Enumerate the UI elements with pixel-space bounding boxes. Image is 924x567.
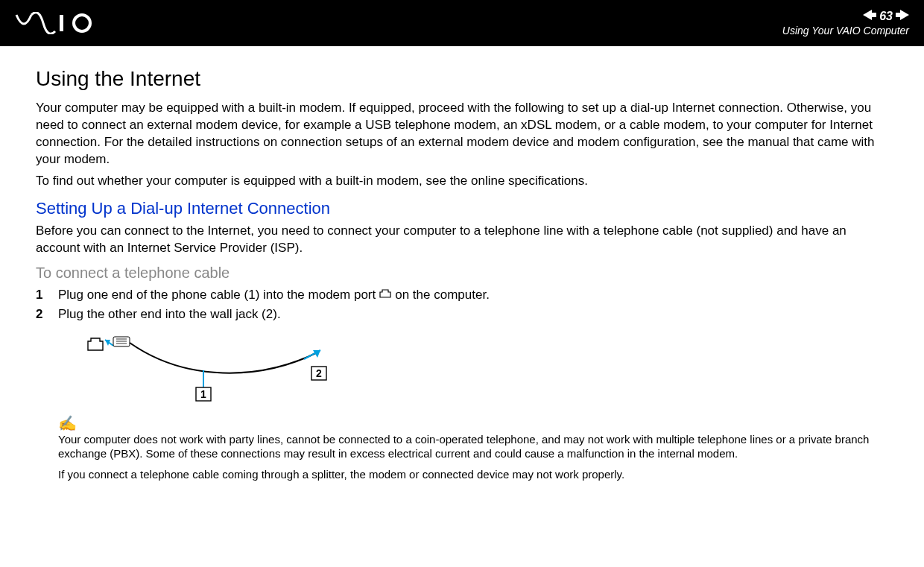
page-number: 63 — [879, 10, 893, 23]
cable-diagram: 1 2 — [80, 329, 888, 407]
section-label: Using Your VAIO Computer — [782, 25, 909, 37]
page-title: Using the Internet — [36, 67, 888, 91]
diagram-label-2: 2 — [316, 367, 322, 379]
note-paragraph-2: If you connect a telephone cable coming … — [58, 467, 888, 482]
diagram-label-1: 1 — [200, 388, 206, 400]
svg-point-1 — [74, 15, 90, 31]
modem-port-icon — [379, 288, 392, 302]
subheading-connect-cable: To connect a telephone cable — [36, 265, 888, 282]
intro-paragraph-1: Your computer may be equipped with a bui… — [36, 100, 888, 168]
step-number: 2 — [36, 307, 58, 322]
page-navigation: 63 Using Your VAIO Computer — [782, 10, 909, 37]
note-icon: ✍ — [58, 414, 888, 432]
subheading-dialup: Setting Up a Dial-up Internet Connection — [36, 199, 888, 218]
vaio-logo — [15, 12, 104, 34]
page-content: Using the Internet Your computer may be … — [0, 46, 924, 502]
svg-marker-2 — [863, 10, 876, 20]
step-1: 1 Plug one end of the phone cable (1) in… — [36, 288, 888, 302]
step-text-before: Plug the other end into the wall jack (2… — [58, 307, 281, 322]
step-text-after: on the computer. — [395, 288, 490, 302]
prev-page-arrow[interactable] — [863, 10, 876, 23]
dialup-paragraph: Before you can connect to the Internet, … — [36, 223, 888, 257]
intro-paragraph-2: To find out whether your computer is equ… — [36, 173, 888, 190]
svg-rect-0 — [60, 15, 63, 31]
svg-rect-6 — [113, 337, 130, 346]
note-paragraph-1: Your computer does not work with party l… — [58, 432, 888, 461]
next-page-arrow[interactable] — [896, 10, 909, 23]
step-2: 2 Plug the other end into the wall jack … — [36, 307, 888, 322]
step-number: 1 — [36, 288, 58, 302]
svg-marker-3 — [896, 10, 909, 20]
step-text-before: Plug one end of the phone cable (1) into… — [58, 288, 376, 302]
header-bar: 63 Using Your VAIO Computer — [0, 0, 924, 46]
